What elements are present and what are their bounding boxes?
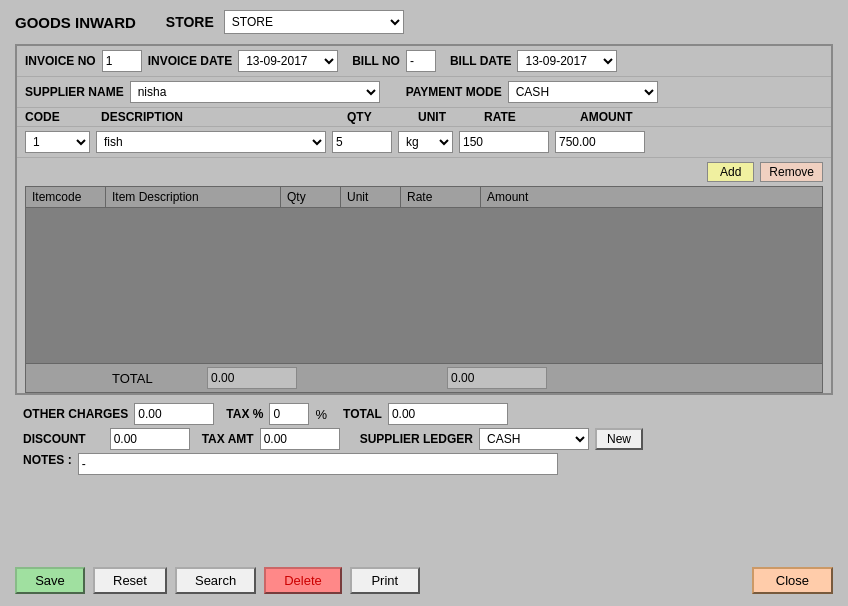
right-buttons: Close [752, 567, 833, 594]
rate-input[interactable] [459, 131, 549, 153]
page-title: GOODS INWARD [15, 14, 136, 31]
tax-amt-input[interactable] [260, 428, 340, 450]
discount-input[interactable] [110, 428, 190, 450]
store-select[interactable]: STORE [224, 10, 404, 34]
invoice-date-select[interactable]: 13-09-2017 [238, 50, 338, 72]
total-label: TOTAL [112, 371, 207, 386]
qty-col-header: QTY [347, 110, 412, 124]
payment-mode-label: PAYMENT MODE [406, 85, 502, 99]
th-item-description: Item Description [106, 187, 281, 207]
qty-input[interactable] [332, 131, 392, 153]
reset-button[interactable]: Reset [93, 567, 167, 594]
th-itemcode: Itemcode [26, 187, 106, 207]
bill-no-label: BILL NO [352, 54, 400, 68]
payment-mode-select[interactable]: CASH [508, 81, 658, 103]
table-body [26, 208, 822, 363]
bill-date-label: BILL DATE [450, 54, 512, 68]
amount-col-header: AMOUNT [580, 110, 670, 124]
supplier-ledger-select[interactable]: CASH [479, 428, 589, 450]
other-charges-input[interactable] [134, 403, 214, 425]
unit-col-header: UNIT [418, 110, 478, 124]
supplier-ledger-label: SUPPLIER LEDGER [360, 432, 473, 446]
desc-col-header: DESCRIPTION [101, 110, 341, 124]
description-select[interactable]: fish [96, 131, 326, 153]
total-qty-input [207, 367, 297, 389]
print-button[interactable]: Print [350, 567, 420, 594]
total-amount-input [447, 367, 547, 389]
add-button[interactable]: Add [707, 162, 754, 182]
supplier-name-label: SUPPLIER NAME [25, 85, 124, 99]
tax-pct-label: TAX % [226, 407, 263, 421]
invoice-no-input[interactable] [102, 50, 142, 72]
th-amount: Amount [481, 187, 581, 207]
bill-date-select[interactable]: 13-09-2017 [517, 50, 617, 72]
notes-label: NOTES : [23, 453, 72, 467]
left-buttons: Save Reset Search Delete Print [15, 567, 420, 594]
th-qty: Qty [281, 187, 341, 207]
search-button[interactable]: Search [175, 567, 256, 594]
close-button[interactable]: Close [752, 567, 833, 594]
th-unit: Unit [341, 187, 401, 207]
remove-button[interactable]: Remove [760, 162, 823, 182]
other-charges-label: OTHER CHARGES [23, 407, 128, 421]
code-col-header: CODE [25, 110, 95, 124]
th-rate: Rate [401, 187, 481, 207]
invoice-date-label: INVOICE DATE [148, 54, 232, 68]
bill-no-input[interactable] [406, 50, 436, 72]
amount-input[interactable] [555, 131, 645, 153]
total-input[interactable] [388, 403, 508, 425]
code-select[interactable]: 1 [25, 131, 90, 153]
save-button[interactable]: Save [15, 567, 85, 594]
store-label: STORE [166, 14, 214, 30]
delete-button[interactable]: Delete [264, 567, 342, 594]
rate-col-header: RATE [484, 110, 574, 124]
unit-select[interactable]: kg [398, 131, 453, 153]
tax-pct-input[interactable] [269, 403, 309, 425]
total-label: TOTAL [343, 407, 382, 421]
tax-amt-label: TAX AMT [202, 432, 254, 446]
new-button[interactable]: New [595, 428, 643, 450]
notes-input[interactable] [78, 453, 558, 475]
tax-pct-symbol: % [315, 407, 327, 422]
invoice-no-label: INVOICE NO [25, 54, 96, 68]
discount-label: DISCOUNT [23, 432, 86, 446]
supplier-select[interactable]: nisha [130, 81, 380, 103]
